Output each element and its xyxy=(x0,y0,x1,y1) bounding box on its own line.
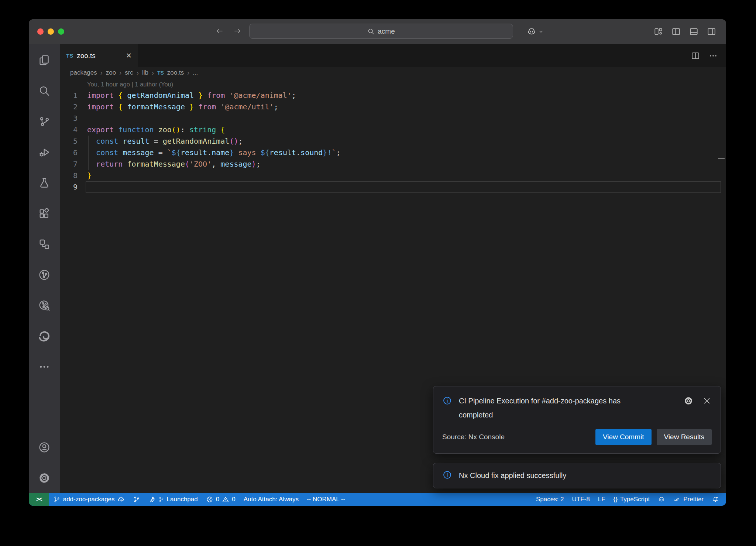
activity-item-edge-devtools[interactable] xyxy=(29,321,60,351)
line-number: 2 xyxy=(60,101,87,113)
line-content: return formatMessage('ZOO', message); xyxy=(87,158,726,170)
status-vim-mode[interactable]: -- NORMAL -- xyxy=(303,493,349,506)
activity-item-additional-views[interactable] xyxy=(29,351,60,382)
activity-item-accounts[interactable] xyxy=(29,432,60,463)
activity-item-remote-explorer[interactable] xyxy=(29,229,60,259)
line-content: export function zoo(): string { xyxy=(87,124,726,136)
copilot-menu[interactable] xyxy=(526,19,544,44)
vscode-window: acme TS zoo.ts ✕ packages›zoo›src›lib›TS… xyxy=(29,19,726,506)
status-encoding[interactable]: UTF-8 xyxy=(568,493,594,506)
breadcrumb-separator: › xyxy=(100,69,103,77)
line-content: } xyxy=(87,170,726,181)
breadcrumb-item[interactable]: src xyxy=(125,69,133,76)
search-icon xyxy=(38,85,51,97)
status-remote-indicator[interactable]: >< xyxy=(29,493,49,506)
breadcrumb-file[interactable]: zoo.ts xyxy=(167,69,184,76)
arrow-left-icon xyxy=(215,27,224,35)
status-copilot[interactable] xyxy=(654,493,669,506)
tab-zoo-ts[interactable]: TS zoo.ts ✕ xyxy=(60,44,138,67)
copilot-icon xyxy=(658,496,665,503)
search-icon xyxy=(367,28,375,35)
status-bar: ><add-zoo-packagesLaunchpad00Auto Attach… xyxy=(29,493,726,506)
breadcrumb-item[interactable]: lib xyxy=(142,69,148,76)
status-label: add-zoo-packages xyxy=(63,496,115,503)
status-indentation[interactable]: Spaces: 2 xyxy=(532,493,568,506)
toggle-secondary-sidebar-button[interactable] xyxy=(707,27,717,37)
status-label: LF xyxy=(598,496,605,503)
line-number: 1 xyxy=(60,90,87,101)
split-editor-icon xyxy=(691,51,700,61)
line-number: 5 xyxy=(60,136,87,147)
status-launchpad[interactable]: Launchpad xyxy=(144,493,202,506)
gitlens-blame[interactable]: You, 1 hour ago | 1 author (You) xyxy=(87,81,173,88)
breadcrumb-item[interactable]: packages xyxy=(70,69,97,76)
view-commit-button[interactable]: View Commit xyxy=(595,429,652,445)
line-number xyxy=(60,78,87,90)
git-branch-icon xyxy=(53,496,61,503)
activity-item-run-and-debug[interactable] xyxy=(29,137,60,167)
status-gitlens-branch[interactable] xyxy=(129,493,144,506)
code-line-8: 8} xyxy=(60,170,726,181)
navigate-forward-button[interactable] xyxy=(233,27,242,37)
line-content: const message = `${result.name} says ${r… xyxy=(87,147,726,158)
window-zoom-button[interactable] xyxy=(58,28,64,35)
line-number: 7 xyxy=(60,158,87,170)
status-notifications-bell[interactable] xyxy=(708,493,723,506)
editor-actions xyxy=(691,44,726,67)
close-tab-icon[interactable]: ✕ xyxy=(126,51,132,60)
status-auto-attach[interactable]: Auto Attach: Always xyxy=(240,493,303,506)
typescript-file-icon: TS xyxy=(66,52,73,59)
window-minimize-button[interactable] xyxy=(48,28,54,35)
ellipsis-icon xyxy=(38,361,51,373)
status-eol[interactable]: LF xyxy=(594,493,609,506)
activity-bar-bottom xyxy=(29,432,60,493)
extensions-icon xyxy=(38,207,51,220)
customize-layout-button[interactable] xyxy=(653,27,663,37)
notification-close-button[interactable] xyxy=(702,396,712,406)
line-content: import { getRandomAnimal } from '@acme/a… xyxy=(87,90,726,101)
title-bar: acme xyxy=(29,19,726,44)
split-editor-button[interactable] xyxy=(691,51,700,61)
current-line-border xyxy=(86,181,721,193)
activity-item-extensions[interactable] xyxy=(29,198,60,229)
view-results-button[interactable]: View Results xyxy=(657,429,712,445)
more-actions-button[interactable] xyxy=(708,51,718,61)
activity-item-settings[interactable] xyxy=(29,463,60,493)
arrow-right-icon xyxy=(233,27,242,35)
status-problems[interactable]: 00 xyxy=(202,493,240,506)
breadcrumb-separator: › xyxy=(187,69,189,77)
activity-item-gitlens-inspect[interactable] xyxy=(29,290,60,321)
notification-message: Nx Cloud fix applied successfully xyxy=(459,471,566,480)
breadcrumb-overflow[interactable]: ... xyxy=(193,69,198,76)
activity-item-git-graph[interactable] xyxy=(29,259,60,290)
activity-item-search[interactable] xyxy=(29,75,60,106)
layout-controls xyxy=(653,27,726,37)
git-circle-search-icon xyxy=(38,299,51,312)
toggle-panel-button[interactable] xyxy=(689,27,699,37)
activity-item-testing[interactable] xyxy=(29,167,60,198)
notification-settings-button[interactable] xyxy=(684,396,693,406)
window-close-button[interactable] xyxy=(37,28,44,35)
status-label: UTF-8 xyxy=(572,496,590,503)
activity-item-source-control[interactable] xyxy=(29,106,60,137)
activity-item-explorer[interactable] xyxy=(29,45,60,75)
info-icon xyxy=(442,396,452,406)
toggle-panel-icon xyxy=(689,27,699,37)
error-icon xyxy=(206,496,213,503)
status-language[interactable]: {}TypeScript xyxy=(609,493,654,506)
breadcrumb-item[interactable]: zoo xyxy=(106,69,116,76)
copilot-icon[interactable] xyxy=(526,27,537,37)
status-label: >< xyxy=(36,496,42,503)
notification-message: CI Pipeline Execution for #add-zoo-packa… xyxy=(459,394,635,422)
notification-footer: Source: Nx ConsoleView CommitView Result… xyxy=(442,429,712,445)
edge-icon xyxy=(38,330,51,342)
status-label: Auto Attach: Always xyxy=(244,496,299,503)
command-center-search[interactable]: acme xyxy=(249,24,513,39)
status-git-branch[interactable]: add-zoo-packages xyxy=(49,493,129,506)
status-label: Prettier xyxy=(683,496,704,503)
navigate-back-button[interactable] xyxy=(215,27,224,37)
chevron-down-icon[interactable] xyxy=(538,28,544,35)
boxes-icon xyxy=(38,238,51,250)
toggle-primary-sidebar-button[interactable] xyxy=(671,27,681,37)
status-formatter[interactable]: Prettier xyxy=(669,493,708,506)
